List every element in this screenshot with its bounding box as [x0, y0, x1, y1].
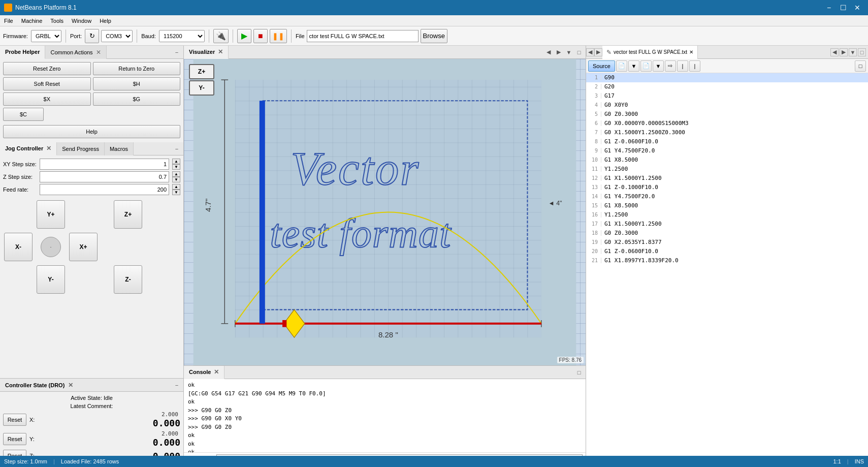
editor-expand-btn[interactable]: □ [855, 60, 866, 72]
reset-zero-button[interactable]: Reset Zero [3, 62, 91, 75]
editor-tool-btn-4[interactable]: ▼ [653, 60, 664, 72]
z-step-up[interactable]: ▲ [172, 171, 180, 177]
browse-button[interactable]: Browse [421, 29, 447, 43]
menu-machine[interactable]: Machine [17, 15, 47, 26]
table-row[interactable]: 18G0 Z0.3000 [586, 229, 868, 238]
editor-tool-btn-1[interactable]: 📄 [616, 60, 627, 72]
x-minus-button[interactable]: X- [4, 233, 33, 261]
baud-select[interactable]: 115200 [159, 30, 205, 42]
tab-macros[interactable]: Macros [105, 142, 134, 155]
tab-send-progress[interactable]: Send Progress [57, 142, 105, 155]
c-button[interactable]: $C [3, 108, 44, 121]
editor-nav-left[interactable]: ◀ [586, 48, 594, 56]
menu-window[interactable]: Window [68, 15, 95, 26]
connect-button[interactable]: 🔌 [213, 29, 229, 43]
editor-tool-btn-5[interactable]: ⇨ [665, 60, 676, 72]
jog-close-icon[interactable]: ✕ [46, 145, 51, 152]
table-row[interactable]: 6G0 X0.0000Y0.0000S15000M3 [586, 119, 868, 128]
editor-right-arrow[interactable]: ▶ [840, 48, 848, 56]
close-button[interactable]: ✕ [851, 2, 864, 13]
menu-help[interactable]: Help [95, 15, 115, 26]
play-button[interactable]: ▶ [237, 29, 251, 43]
editor-tool-btn-7[interactable]: | [689, 60, 700, 72]
dro-y-reset-button[interactable]: Reset [3, 433, 26, 445]
table-row[interactable]: 21G1 X1.8997Y1.8339F20.0 [586, 256, 868, 265]
table-row[interactable]: 10G1 X8.5000 [586, 155, 868, 165]
editor-file-tab[interactable]: ✎ vector test FULL G W SPACE.txt ✕ [602, 46, 698, 59]
code-editor[interactable]: 1G902G203G174G0 X0Y05G0 Z0.30006G0 X0.00… [586, 73, 868, 467]
visualizer-area[interactable]: 8.28 " 4.7" ◄ 4" Vector test format [184, 59, 586, 365]
tab-visualizer[interactable]: Visualizer ✕ [184, 46, 229, 59]
editor-tool-btn-6[interactable]: | [677, 60, 688, 72]
y-minus-button[interactable]: Y- [37, 265, 65, 294]
source-button[interactable]: Source [588, 60, 615, 72]
table-row[interactable]: 11Y1.2500 [586, 165, 868, 174]
feed-rate-up[interactable]: ▲ [172, 184, 180, 190]
editor-tool-btn-2[interactable]: ▼ [628, 60, 639, 72]
maximize-button[interactable]: ☐ [837, 2, 850, 13]
viz-z-plus-button[interactable]: Z+ [189, 64, 214, 79]
xy-step-input[interactable] [40, 159, 169, 170]
firmware-select[interactable]: GRBL [31, 30, 61, 42]
editor-nav-right[interactable]: ▶ [594, 48, 602, 56]
viz-down-arrow[interactable]: ▼ [564, 48, 573, 57]
feed-rate-down[interactable]: ▼ [172, 190, 180, 195]
z-minus-button[interactable]: Z- [114, 265, 142, 294]
z-plus-button[interactable]: Z+ [114, 200, 142, 229]
editor-tab-close-icon[interactable]: ✕ [689, 49, 693, 55]
table-row[interactable]: 2G20 [586, 82, 868, 91]
panel-minimize-icon[interactable]: − [172, 48, 181, 57]
editor-expand-icon[interactable]: □ [858, 48, 866, 56]
table-row[interactable]: 7G0 X1.5000Y1.2500Z0.3000 [586, 128, 868, 137]
z-step-down[interactable]: ▼ [172, 177, 180, 182]
tab-common-actions[interactable]: Common Actions ✕ [45, 46, 106, 59]
table-row[interactable]: 3G17 [586, 91, 868, 101]
table-row[interactable]: 13G1 Z-0.1000F10.0 [586, 183, 868, 192]
table-row[interactable]: 5G0 Z0.3000 [586, 110, 868, 119]
x-plus-button[interactable]: X+ [69, 233, 98, 261]
viz-maximize-icon[interactable]: □ [574, 48, 584, 57]
return-to-zero-button[interactable]: Return to Zero [93, 62, 181, 75]
table-row[interactable]: 16Y1.2500 [586, 210, 868, 220]
tab-console[interactable]: Console ✕ [184, 366, 224, 379]
viz-right-arrow[interactable]: ▶ [554, 48, 563, 57]
tab-probe-helper[interactable]: Probe Helper [0, 46, 45, 59]
menu-file[interactable]: File [0, 15, 17, 26]
viz-y-minus-button[interactable]: Y- [189, 80, 214, 96]
console-maximize-icon[interactable]: □ [574, 368, 584, 377]
visualizer-close-icon[interactable]: ✕ [218, 48, 223, 55]
stop-button[interactable]: ■ [253, 29, 268, 43]
file-input[interactable] [307, 30, 419, 42]
editor-left-arrow[interactable]: ◀ [830, 48, 839, 56]
table-row[interactable]: 19G0 X2.0535Y1.8377 [586, 238, 868, 247]
x-button[interactable]: $X [3, 92, 91, 106]
menu-tools[interactable]: Tools [46, 15, 68, 26]
xy-step-up[interactable]: ▲ [172, 159, 180, 164]
state-close-icon[interactable]: ✕ [68, 382, 73, 389]
table-row[interactable]: 4G0 X0Y0 [586, 101, 868, 110]
port-refresh-button[interactable]: ↻ [85, 29, 99, 43]
minimize-button[interactable]: − [822, 2, 835, 13]
soft-reset-button[interactable]: Soft Reset [3, 77, 91, 90]
table-row[interactable]: 15G1 X8.5000 [586, 201, 868, 210]
table-row[interactable]: 17G1 X1.5000Y1.2500 [586, 220, 868, 229]
feed-rate-input[interactable] [40, 184, 169, 195]
y-plus-button[interactable]: Y+ [37, 200, 65, 229]
viz-left-arrow[interactable]: ◀ [544, 48, 553, 57]
table-row[interactable]: 20G1 Z-0.0600F10.0 [586, 247, 868, 256]
editor-down-arrow[interactable]: ▼ [849, 48, 857, 56]
console-close-icon[interactable]: ✕ [214, 368, 219, 376]
port-select[interactable]: COM3 [101, 30, 133, 42]
tab-jog-controller[interactable]: Jog Controller ✕ [0, 142, 57, 155]
jog-minimize-icon[interactable]: − [172, 144, 181, 153]
g-button[interactable]: $G [93, 92, 181, 106]
dro-x-reset-button[interactable]: Reset [3, 414, 26, 426]
common-actions-close-icon[interactable]: ✕ [96, 49, 101, 56]
state-minimize-icon[interactable]: − [172, 381, 181, 390]
xy-step-down[interactable]: ▼ [172, 164, 180, 170]
table-row[interactable]: 8G1 Z-0.0600F10.0 [586, 137, 868, 146]
table-row[interactable]: 14G1 Y4.7500F20.0 [586, 192, 868, 201]
editor-tool-btn-3[interactable]: 📄 [640, 60, 652, 72]
z-step-input[interactable] [40, 171, 169, 182]
pause-button[interactable]: ❚❚ [270, 29, 287, 43]
